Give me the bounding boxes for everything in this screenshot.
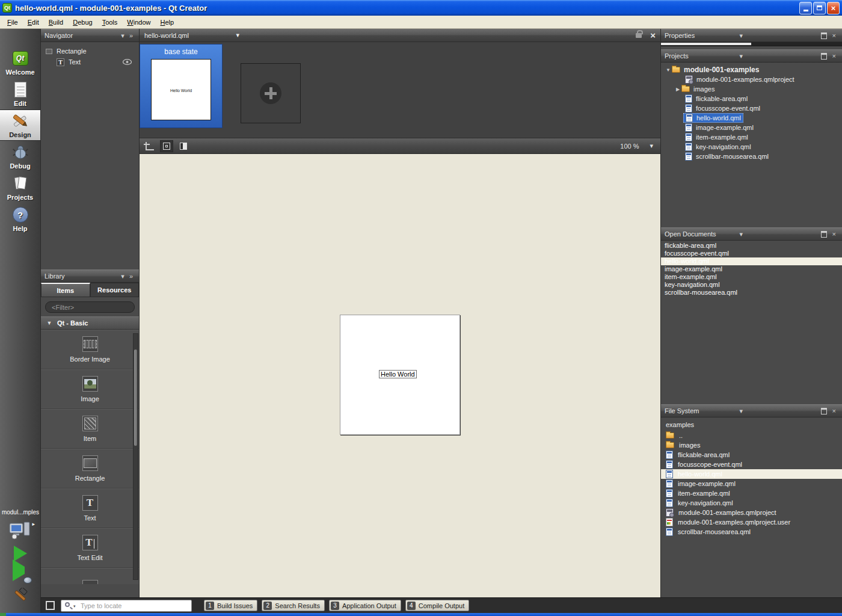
project-tree-item[interactable]: image-example.qml [661,123,842,132]
fs-item[interactable]: images [661,440,842,450]
fs-item-current[interactable]: hello-world.qml [661,469,842,479]
menu-edit[interactable]: Edit [23,17,44,28]
fs-item[interactable]: flickable-area.qml [661,450,842,460]
only-content-toggle-button[interactable] [177,140,190,152]
library-overflow-icon[interactable]: » [127,273,135,280]
tab-items[interactable]: Items [41,283,90,297]
pane-search-results-button[interactable]: 2 Search Results [262,600,325,611]
fs-item[interactable]: scrollbar-mousearea.qml [661,527,842,537]
menu-build[interactable]: Build [44,17,68,28]
tab-resources[interactable]: Resources [90,283,140,297]
open-document-item[interactable]: focusscope-event.qml [661,250,842,257]
open-document-item[interactable]: scrollbar-mousearea.qml [661,289,842,297]
mode-debug[interactable]: Debug [0,141,40,172]
base-state-card[interactable]: base state Hello World [140,44,223,128]
mode-help[interactable]: ? Help [0,203,40,235]
library-item-border-image[interactable]: Border Image [41,330,139,369]
open-document-item[interactable]: key-navigation.qml [661,281,842,289]
project-tree-item[interactable]: module-001-examples.qmlproject [661,75,842,84]
file-system-dropdown-icon[interactable]: ▾ [737,407,746,415]
open-document-item-current[interactable]: hello-world.qml [661,257,842,265]
tree-expand-icon[interactable]: ▼ [665,67,672,73]
file-selector-combo[interactable]: hello-world.qml ▾ [144,31,239,39]
visibility-eye-icon[interactable] [123,59,132,65]
add-state-plus-icon[interactable] [260,82,281,104]
library-filter-input[interactable] [45,301,135,313]
project-tree-item[interactable]: item-example.qml [661,132,842,142]
library-section-qt-basic[interactable]: ▼ Qt - Basic [41,316,139,330]
library-item-partial[interactable] [41,568,139,584]
open-document-item[interactable]: flickable-area.qml [661,242,842,250]
fs-item[interactable]: item-example.qml [661,488,842,498]
fs-item[interactable]: module-001-examples.qmlproject.user [661,517,842,527]
navigator-overflow-icon[interactable]: » [127,32,135,39]
mode-projects[interactable]: Projects [0,172,40,203]
run-debug-button[interactable] [13,567,28,582]
project-tree-item[interactable]: flickable-area.qml [661,94,842,103]
split-icon[interactable] [821,32,827,39]
lock-icon[interactable] [636,33,642,38]
project-tree-item-images[interactable]: ▶ images [661,84,842,94]
fs-item[interactable]: image-example.qml [661,479,842,488]
target-selector-button[interactable]: ▸ [8,521,32,540]
fs-item-up[interactable]: .. [661,431,842,440]
close-document-icon[interactable]: × [650,30,656,40]
project-tree-item[interactable]: focusscope-event.qml [661,103,842,113]
fs-item[interactable]: module-001-examples.qmlproject [661,508,842,517]
close-panel-icon[interactable]: × [830,52,838,60]
menu-debug[interactable]: Debug [68,17,97,28]
output-pane-toggle-icon[interactable] [46,601,55,610]
properties-hscrollbar[interactable] [661,42,842,46]
qml-text-item[interactable]: Hello World [379,370,417,378]
qml-rectangle-item[interactable]: Hello World [340,315,460,435]
add-state-card[interactable] [241,63,301,123]
close-button[interactable]: × [827,2,840,14]
split-icon[interactable] [821,231,827,238]
library-dropdown-icon[interactable]: ▾ [118,273,127,280]
navigator-item-rectangle[interactable]: Rectangle [41,46,139,57]
navigator-dropdown-icon[interactable]: ▾ [118,32,127,40]
pane-compile-output-button[interactable]: 4 Compile Output [405,600,469,611]
mode-design[interactable]: Design [0,109,40,141]
design-canvas[interactable]: Hello World [140,154,660,597]
scrollbar-thumb[interactable] [661,43,751,45]
minimize-button[interactable] [799,2,812,14]
menu-window[interactable]: Window [122,17,155,28]
open-document-item[interactable]: image-example.qml [661,265,842,273]
mode-edit[interactable]: Edit [0,78,40,109]
menu-tools[interactable]: Tools [97,17,123,28]
library-item-item[interactable]: Item [41,409,139,449]
split-icon[interactable] [821,53,827,60]
library-item-text-edit[interactable]: T Text Edit [41,528,139,568]
fs-item[interactable]: key-navigation.qml [661,498,842,508]
project-tree-item-selected[interactable]: hello-world.qml [661,113,842,123]
projects-dropdown-icon[interactable]: ▾ [737,52,746,60]
open-document-item[interactable]: item-example.qml [661,273,842,281]
restore-button[interactable] [813,2,826,14]
build-button[interactable] [11,588,29,605]
library-item-image[interactable]: Image [41,369,139,409]
project-root-row[interactable]: ▼ module-001-examples [661,65,842,75]
menu-file[interactable]: File [2,17,23,28]
library-item-rectangle[interactable]: Rectangle [41,449,139,488]
tree-collapse-icon[interactable]: ▶ [674,87,681,92]
bounding-rect-toggle-button[interactable] [160,140,173,152]
split-icon[interactable] [821,408,827,414]
properties-dropdown-icon[interactable]: ▾ [737,32,746,40]
snapping-toggle-button[interactable] [143,140,156,152]
locator-input[interactable] [61,600,192,612]
zoom-control[interactable]: 100 % ▾ [620,142,657,150]
scrollbar-thumb[interactable] [134,350,137,446]
library-item-text[interactable]: T Text [41,488,139,528]
close-panel-icon[interactable]: × [830,32,838,39]
pane-application-output-button[interactable]: 3 Application Output [329,600,401,611]
menu-help[interactable]: Help [155,17,179,28]
pane-build-issues-button[interactable]: 1 Build Issues [204,600,257,611]
library-scrollbar[interactable] [133,333,138,580]
project-tree-item[interactable]: key-navigation.qml [661,142,842,152]
close-panel-icon[interactable]: × [830,230,838,238]
navigator-item-text[interactable]: T Text [41,57,139,67]
close-panel-icon[interactable]: × [830,407,838,414]
open-documents-dropdown-icon[interactable]: ▾ [737,230,746,238]
fs-item[interactable]: focusscope-event.qml [661,460,842,469]
